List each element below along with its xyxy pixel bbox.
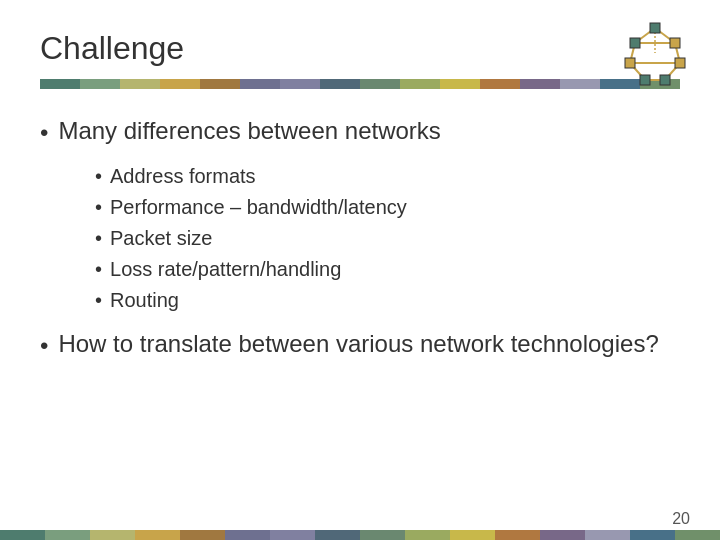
- sub-bullet-5-dot: •: [95, 289, 102, 312]
- sub-bullet-3-text: Packet size: [110, 227, 212, 250]
- main-bullet-2-dot: •: [40, 332, 48, 360]
- decorative-bar: [40, 79, 680, 89]
- sub-bullet-4: • Loss rate/pattern/handling: [95, 258, 680, 281]
- slide: Challenge • Many differences between net…: [0, 0, 720, 540]
- svg-rect-10: [650, 23, 660, 33]
- svg-rect-14: [625, 58, 635, 68]
- svg-rect-15: [660, 75, 670, 85]
- page-number: 20: [672, 510, 690, 528]
- svg-rect-11: [670, 38, 680, 48]
- slide-title: Challenge: [40, 30, 680, 67]
- main-bullet-1-text: Many differences between networks: [58, 117, 440, 145]
- sub-bullet-5-text: Routing: [110, 289, 179, 312]
- main-bullet-2-text: How to translate between various network…: [58, 330, 658, 358]
- sub-bullet-2-dot: •: [95, 196, 102, 219]
- sub-bullet-1-text: Address formats: [110, 165, 256, 188]
- main-bullet-1-dot: •: [40, 119, 48, 147]
- svg-rect-13: [675, 58, 685, 68]
- sub-bullet-4-dot: •: [95, 258, 102, 281]
- sub-bullet-2-text: Performance – bandwidth/latency: [110, 196, 407, 219]
- sub-bullet-3-dot: •: [95, 227, 102, 250]
- sub-bullet-3: • Packet size: [95, 227, 680, 250]
- bottom-bar: [0, 530, 720, 540]
- svg-rect-12: [630, 38, 640, 48]
- sub-bullet-4-text: Loss rate/pattern/handling: [110, 258, 341, 281]
- network-icon: [620, 18, 690, 88]
- sub-bullet-5: • Routing: [95, 289, 680, 312]
- sub-bullet-1-dot: •: [95, 165, 102, 188]
- sub-bullets: • Address formats • Performance – bandwi…: [95, 165, 680, 312]
- main-bullet-2: • How to translate between various netwo…: [40, 330, 680, 360]
- sub-bullet-2: • Performance – bandwidth/latency: [95, 196, 680, 219]
- svg-rect-16: [640, 75, 650, 85]
- sub-bullet-1: • Address formats: [95, 165, 680, 188]
- main-bullet-1: • Many differences between networks: [40, 117, 680, 147]
